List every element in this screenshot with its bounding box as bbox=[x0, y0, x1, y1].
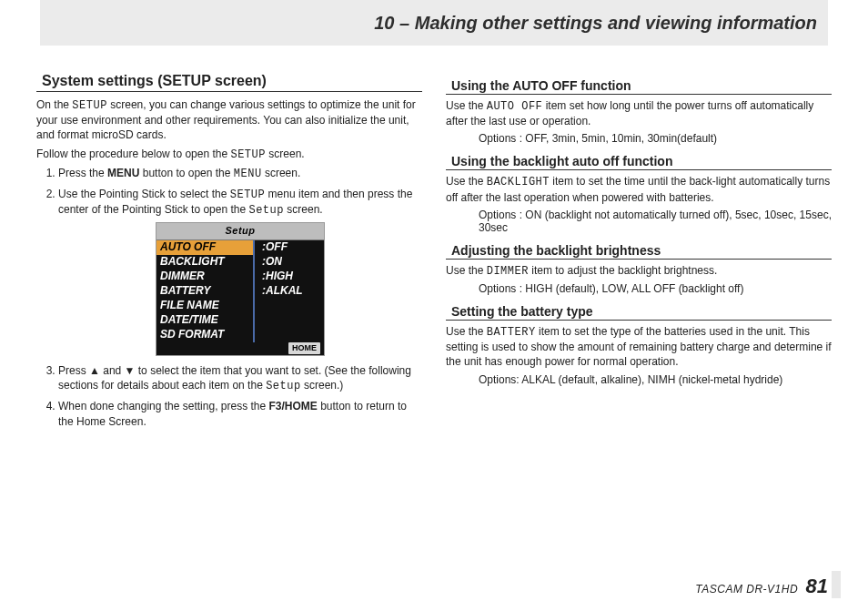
section-heading-system-settings: System settings (SETUP screen) bbox=[36, 73, 422, 92]
left-column: System settings (SETUP screen) On the SE… bbox=[36, 69, 422, 565]
product-model: TASCAM DR-V1HD bbox=[695, 583, 798, 596]
right-column: Using the AUTO OFF function Use the AUTO… bbox=[446, 69, 832, 565]
list-item: When done changing the setting, press th… bbox=[58, 399, 422, 430]
lcd-row-date-time: DATE/TIME bbox=[156, 313, 324, 328]
section-heading-auto-off: Using the AUTO OFF function bbox=[446, 78, 832, 95]
section-heading-backlight-brightness: Adjusting the backlight brightness bbox=[446, 243, 832, 260]
options-text: Options: ALKAL (default, alkaline), NIMH… bbox=[479, 373, 832, 386]
lcd-row-file-name: FILE NAME bbox=[156, 299, 324, 313]
procedure-list: Press the MENU button to open the MENU s… bbox=[36, 166, 422, 430]
paragraph: Use the BACKLIGHT item to set the time u… bbox=[446, 174, 832, 204]
page-footer: TASCAM DR-V1HD 81 bbox=[695, 575, 828, 598]
lcd-row-sd-format: SD FORMAT bbox=[156, 328, 324, 342]
section-heading-backlight-auto-off: Using the backlight auto off function bbox=[446, 154, 832, 170]
section-heading-battery-type: Setting the battery type bbox=[446, 304, 832, 321]
lcd-footer: HOME bbox=[156, 342, 324, 355]
lcd-row-battery: BATTERY:ALKAL bbox=[156, 284, 324, 299]
options-text: Options : HIGH (default), LOW, ALL OFF (… bbox=[479, 282, 832, 295]
lcd-row-dimmer: DIMMER:HIGH bbox=[156, 270, 324, 284]
paragraph: Use the DIMMER item to adjust the backli… bbox=[446, 263, 832, 279]
lcd-row-backlight: BACKLIGHT:ON bbox=[156, 255, 324, 270]
lcd-home-tag: HOME bbox=[288, 342, 320, 354]
lcd-setup-screen: Setup AUTO OFF:OFF BACKLIGHT:ON DIMMER:H… bbox=[156, 222, 325, 355]
chapter-title: 10 – Making other settings and viewing i… bbox=[374, 13, 817, 34]
lcd-title: Setup bbox=[156, 223, 324, 239]
options-text: Options : ON (backlight not automaticall… bbox=[479, 209, 832, 234]
list-item: Press the MENU button to open the MENU s… bbox=[58, 166, 422, 182]
paragraph: Follow the procedure below to open the S… bbox=[36, 147, 422, 162]
page-edge-marker bbox=[832, 571, 841, 598]
paragraph: Use the AUTO OFF item set how long until… bbox=[446, 98, 832, 128]
list-item: Use the Pointing Stick to select the SET… bbox=[58, 187, 422, 356]
paragraph: Use the BATTERY item to set the type of … bbox=[446, 324, 832, 370]
lcd-row-auto-off: AUTO OFF:OFF bbox=[156, 240, 324, 255]
options-text: Options : OFF, 3min, 5min, 10min, 30min(… bbox=[479, 132, 832, 145]
list-item: Press ▲ and ▼ to select the item that yo… bbox=[58, 363, 422, 395]
chapter-header: 10 – Making other settings and viewing i… bbox=[40, 0, 828, 46]
paragraph: On the SETUP screen, you can change vari… bbox=[36, 97, 422, 143]
page-number: 81 bbox=[802, 575, 828, 597]
